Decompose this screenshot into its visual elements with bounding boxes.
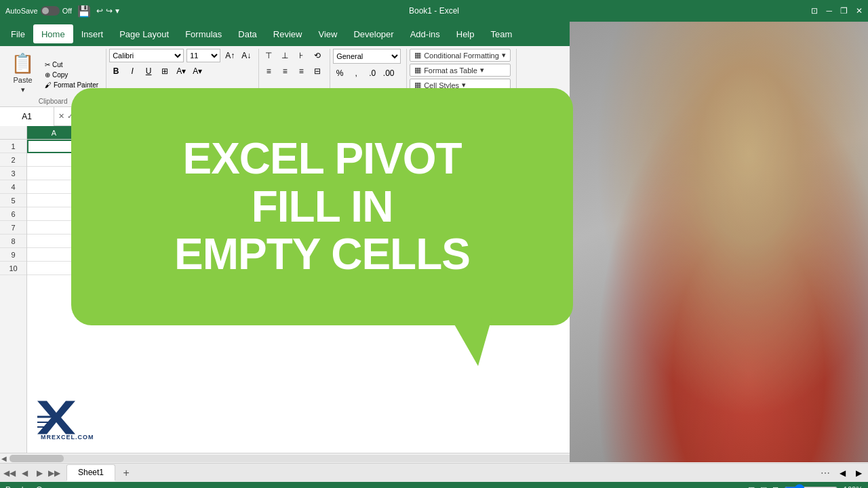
cond-format-icon: ▦ [414,51,421,60]
menu-view[interactable]: View [310,24,345,43]
person-background [570,22,868,462]
sheet-nav-last[interactable]: ▶▶ [47,466,61,480]
row-6: 6 [0,207,26,221]
view-page-break-button[interactable]: ⊞ [772,485,778,489]
font-name-select[interactable]: Calibri [109,49,184,62]
view-layout-button[interactable]: ▣ [760,485,767,489]
format-painter-label: Format Painter [54,81,98,89]
menu-review[interactable]: Review [265,24,311,43]
border-button[interactable]: ⊞ [158,64,172,78]
menu-file[interactable]: File [3,24,33,43]
sheet-nav-next[interactable]: ▶ [33,466,46,480]
underline-button[interactable]: U [142,64,155,78]
sheet-tab-sheet1[interactable]: Sheet1 [66,464,115,481]
sheet-options-button[interactable]: ⋯ [818,468,833,479]
h-scroll-thumb[interactable] [9,455,64,462]
row-5: 5 [0,194,26,207]
increase-decimal-button[interactable]: .0 [366,66,379,80]
increase-font-button[interactable]: A↑ [223,49,237,62]
autosave-label: AutoSave [5,7,38,15]
bubble-line3: EMPTY CELLS [174,230,470,279]
redo-button[interactable]: ↪ [106,6,113,16]
fill-color-button[interactable]: A▾ [174,64,188,78]
align-left-button[interactable]: ≡ [262,64,275,78]
copy-button[interactable]: ⊕ Copy [43,70,100,79]
menu-formulas[interactable]: Formulas [177,24,230,43]
menu-insert[interactable]: Insert [73,24,112,43]
font-size-select[interactable]: 11 [186,49,220,62]
align-top-button[interactable]: ⊤ [262,49,275,62]
decrease-decimal-button[interactable]: .00 [382,66,395,80]
bold-button[interactable]: B [109,64,123,78]
paste-button[interactable]: 📋 Paste ▾ [5,49,40,97]
merge-button[interactable]: ⊟ [311,64,324,78]
number-format-select[interactable]: General [333,49,401,64]
decrease-font-button[interactable]: A↓ [239,49,253,62]
format-table-label: Format as Table [424,66,477,75]
zoom-slider[interactable] [784,484,838,488]
help-icon[interactable]: ⊡ [811,6,818,16]
row-4: 4 [0,180,26,194]
align-center-button[interactable]: ≡ [278,64,292,78]
row-7: 7 [0,221,26,235]
sheet-scroll-left[interactable]: ◀ [835,466,849,480]
toggle-track [41,6,60,16]
format-table-dropdown[interactable]: ▾ [480,66,484,75]
menu-help[interactable]: Help [448,24,483,43]
undo-button[interactable]: ↩ [96,6,103,16]
mrexcel-logo: MREXCEL.COM [34,400,95,441]
clipboard-small-buttons: ✂ Cut ⊕ Copy 🖌 Format Painter [43,60,100,89]
sheet-nav-prev[interactable]: ◀ [18,466,31,480]
cut-button[interactable]: ✂ Cut [43,60,100,69]
quick-access-dropdown[interactable]: ▾ [115,6,119,16]
comma-button[interactable]: , [349,66,363,80]
cancel-formula-icon[interactable]: ✕ [58,112,64,121]
cond-format-dropdown[interactable]: ▾ [502,51,506,60]
save-icon[interactable]: 💾 [77,5,91,18]
font-color-button[interactable]: A▾ [191,64,204,78]
copy-icon: ⊕ [45,71,50,79]
sheet-scroll-right[interactable]: ▶ [852,466,865,480]
row-10: 10 [0,262,26,275]
menu-page-layout[interactable]: Page Layout [111,24,177,43]
menu-developer[interactable]: Developer [345,24,401,43]
percent-button[interactable]: % [333,66,347,80]
styles-controls: ▦ Conditional Formatting ▾ ▦ Format as T… [410,49,511,92]
conditional-formatting-button[interactable]: ▦ Conditional Formatting ▾ [410,49,511,62]
font-name-row: Calibri 11 A↑ A↓ [109,49,253,62]
format-table-icon: ▦ [414,66,421,75]
view-normal-button[interactable]: ▦ [748,485,755,489]
title-bar-left: AutoSave Off 💾 ↩ ↪ ▾ [5,5,119,18]
autosave-toggle[interactable]: AutoSave Off [5,6,72,16]
speech-bubble: EXCEL PIVOT FILL IN EMPTY CELLS [71,88,573,325]
paste-icon: 📋 [11,52,35,75]
align-middle-button[interactable]: ⊥ [278,49,292,62]
name-box[interactable] [0,107,54,126]
macro-record-icon[interactable]: ⊙ [35,484,43,488]
menu-addins[interactable]: Add-ins [402,24,448,43]
menu-home[interactable]: Home [33,24,73,43]
wrap-text-button[interactable]: ⟲ [311,49,324,62]
paste-label: Paste [13,76,32,84]
align-right-button[interactable]: ≡ [294,64,308,78]
minimize-button[interactable]: ─ [826,6,832,16]
row-8: 8 [0,235,26,248]
format-as-table-button[interactable]: ▦ Format as Table ▾ [410,64,511,77]
sheet-nav-first[interactable]: ◀◀ [3,466,16,480]
italic-button[interactable]: I [125,64,139,78]
speech-bubble-text: EXCEL PIVOT FILL IN EMPTY CELLS [154,121,490,291]
h-scroll-left-button[interactable]: ◀ [1,455,7,462]
align-bottom-button[interactable]: ⊦ [294,49,308,62]
svg-text:MREXCEL.COM: MREXCEL.COM [41,434,94,441]
title-bar: AutoSave Off 💾 ↩ ↪ ▾ Book1 - Excel ⊡ ─ ❐… [0,0,868,22]
paste-dropdown[interactable]: ▾ [21,85,25,94]
menu-team[interactable]: Team [483,24,521,43]
restore-button[interactable]: ❐ [840,6,848,16]
close-button[interactable]: ✕ [856,6,863,16]
align-top-row: ⊤ ⊥ ⊦ ⟲ [262,49,324,62]
row-numbers: 1 2 3 4 5 6 7 8 9 10 [0,140,27,453]
add-sheet-button[interactable]: + [118,465,134,481]
row-1: 1 [0,140,26,153]
menu-data[interactable]: Data [230,24,264,43]
zoom-level: 100% [844,485,863,488]
